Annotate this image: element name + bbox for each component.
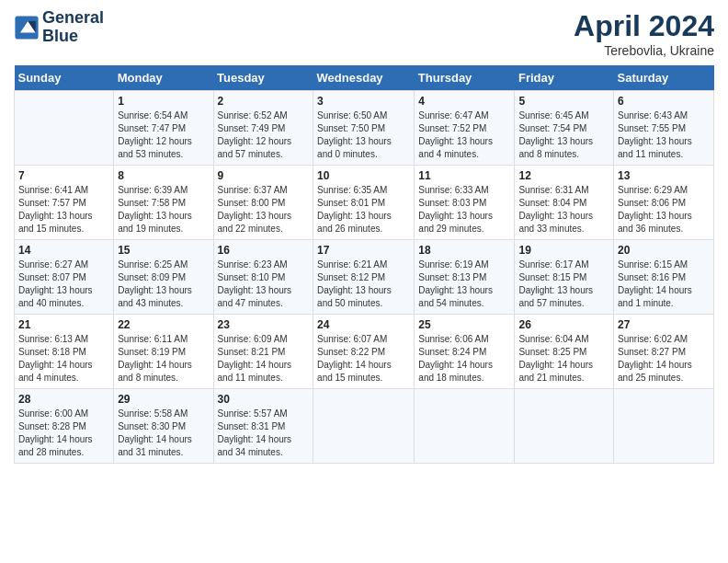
day-info: Sunrise: 6:39 AM Sunset: 7:58 PM Dayligh… [118,184,209,236]
day-info: Sunrise: 6:43 AM Sunset: 7:55 PM Dayligh… [618,109,710,161]
calendar-cell: 4Sunrise: 6:47 AM Sunset: 7:52 PM Daylig… [415,91,515,166]
day-info: Sunrise: 6:07 AM Sunset: 8:22 PM Dayligh… [317,333,410,385]
calendar-table: SundayMondayTuesdayWednesdayThursdayFrid… [14,65,714,464]
calendar-cell [614,389,714,464]
calendar-cell [313,389,415,464]
day-info: Sunrise: 6:35 AM Sunset: 8:01 PM Dayligh… [317,184,410,236]
column-header-wednesday: Wednesday [313,65,415,91]
week-row-5: 28Sunrise: 6:00 AM Sunset: 8:28 PM Dayli… [15,389,714,464]
calendar-cell: 1Sunrise: 6:54 AM Sunset: 7:47 PM Daylig… [114,91,213,166]
column-header-monday: Monday [114,65,213,91]
day-number: 30 [218,393,310,406]
calendar-cell: 13Sunrise: 6:29 AM Sunset: 8:06 PM Dayli… [614,166,714,240]
calendar-cell: 15Sunrise: 6:25 AM Sunset: 8:09 PM Dayli… [114,240,213,315]
calendar-cell: 16Sunrise: 6:23 AM Sunset: 8:10 PM Dayli… [213,240,313,315]
day-number: 17 [317,244,410,257]
calendar-cell: 17Sunrise: 6:21 AM Sunset: 8:12 PM Dayli… [313,240,415,315]
calendar-cell: 29Sunrise: 5:58 AM Sunset: 8:30 PM Dayli… [114,389,213,464]
day-info: Sunrise: 5:57 AM Sunset: 8:31 PM Dayligh… [218,408,310,459]
title-block: April 2024 Terebovlia, Ukraine [574,9,714,58]
calendar-cell: 8Sunrise: 6:39 AM Sunset: 7:58 PM Daylig… [114,166,213,240]
day-number: 20 [618,244,710,257]
day-info: Sunrise: 6:15 AM Sunset: 8:16 PM Dayligh… [618,259,710,310]
calendar-cell: 5Sunrise: 6:45 AM Sunset: 7:54 PM Daylig… [515,91,614,166]
calendar-cell: 24Sunrise: 6:07 AM Sunset: 8:22 PM Dayli… [313,315,415,389]
day-number: 7 [18,169,109,182]
calendar-cell [415,389,515,464]
calendar-cell: 11Sunrise: 6:33 AM Sunset: 8:03 PM Dayli… [415,166,515,240]
day-number: 12 [518,169,609,182]
calendar-cell: 12Sunrise: 6:31 AM Sunset: 8:04 PM Dayli… [515,166,614,240]
calendar-cell: 10Sunrise: 6:35 AM Sunset: 8:01 PM Dayli… [313,166,415,240]
day-number: 23 [218,318,310,331]
column-header-tuesday: Tuesday [213,65,313,91]
day-number: 10 [317,169,410,182]
day-info: Sunrise: 6:45 AM Sunset: 7:54 PM Dayligh… [518,109,609,161]
logo-icon [14,15,40,40]
day-number: 28 [18,393,109,406]
day-info: Sunrise: 6:33 AM Sunset: 8:03 PM Dayligh… [418,184,510,236]
column-header-saturday: Saturday [614,65,714,91]
day-number: 14 [18,244,109,257]
column-header-sunday: Sunday [15,65,114,91]
calendar-cell: 22Sunrise: 6:11 AM Sunset: 8:19 PM Dayli… [114,315,213,389]
day-number: 4 [418,95,510,108]
calendar-cell: 27Sunrise: 6:02 AM Sunset: 8:27 PM Dayli… [614,315,714,389]
week-row-4: 21Sunrise: 6:13 AM Sunset: 8:18 PM Dayli… [15,315,714,389]
day-info: Sunrise: 6:47 AM Sunset: 7:52 PM Dayligh… [418,109,510,161]
page-container: General Blue April 2024 Terebovlia, Ukra… [0,0,728,473]
day-number: 5 [518,95,609,108]
day-info: Sunrise: 6:00 AM Sunset: 8:28 PM Dayligh… [18,408,109,459]
day-info: Sunrise: 6:21 AM Sunset: 8:12 PM Dayligh… [317,259,410,310]
day-info: Sunrise: 6:06 AM Sunset: 8:24 PM Dayligh… [418,333,510,385]
calendar-cell: 19Sunrise: 6:17 AM Sunset: 8:15 PM Dayli… [515,240,614,315]
day-number: 13 [618,169,710,182]
day-number: 22 [118,318,209,331]
calendar-cell [15,91,114,166]
calendar-cell: 9Sunrise: 6:37 AM Sunset: 8:00 PM Daylig… [213,166,313,240]
day-info: Sunrise: 6:50 AM Sunset: 7:50 PM Dayligh… [317,109,410,161]
day-number: 26 [518,318,609,331]
day-info: Sunrise: 6:19 AM Sunset: 8:13 PM Dayligh… [418,259,510,310]
day-info: Sunrise: 6:23 AM Sunset: 8:10 PM Dayligh… [218,259,310,310]
calendar-header-row: SundayMondayTuesdayWednesdayThursdayFrid… [15,65,714,91]
day-info: Sunrise: 6:27 AM Sunset: 8:07 PM Dayligh… [18,259,109,310]
logo: General Blue [14,9,104,46]
day-info: Sunrise: 6:29 AM Sunset: 8:06 PM Dayligh… [618,184,710,236]
day-number: 6 [618,95,710,108]
day-number: 24 [317,318,410,331]
calendar-cell: 30Sunrise: 5:57 AM Sunset: 8:31 PM Dayli… [213,389,313,464]
week-row-3: 14Sunrise: 6:27 AM Sunset: 8:07 PM Dayli… [15,240,714,315]
calendar-cell: 18Sunrise: 6:19 AM Sunset: 8:13 PM Dayli… [415,240,515,315]
day-info: Sunrise: 6:52 AM Sunset: 7:49 PM Dayligh… [218,109,310,161]
column-header-friday: Friday [515,65,614,91]
day-number: 25 [418,318,510,331]
column-header-thursday: Thursday [415,65,515,91]
calendar-cell: 2Sunrise: 6:52 AM Sunset: 7:49 PM Daylig… [213,91,313,166]
day-number: 3 [317,95,410,108]
calendar-cell: 6Sunrise: 6:43 AM Sunset: 7:55 PM Daylig… [614,91,714,166]
day-info: Sunrise: 6:37 AM Sunset: 8:00 PM Dayligh… [218,184,310,236]
week-row-1: 1Sunrise: 6:54 AM Sunset: 7:47 PM Daylig… [15,91,714,166]
calendar-cell: 14Sunrise: 6:27 AM Sunset: 8:07 PM Dayli… [15,240,114,315]
day-number: 1 [118,95,209,108]
day-info: Sunrise: 6:54 AM Sunset: 7:47 PM Dayligh… [118,109,209,161]
day-info: Sunrise: 6:11 AM Sunset: 8:19 PM Dayligh… [118,333,209,385]
day-number: 15 [118,244,209,257]
subtitle: Terebovlia, Ukraine [574,43,714,58]
calendar-cell: 28Sunrise: 6:00 AM Sunset: 8:28 PM Dayli… [15,389,114,464]
logo-line2: Blue [42,28,104,46]
calendar-cell [515,389,614,464]
day-info: Sunrise: 6:25 AM Sunset: 8:09 PM Dayligh… [118,259,209,310]
logo-line1: General [42,9,104,28]
day-info: Sunrise: 6:04 AM Sunset: 8:25 PM Dayligh… [518,333,609,385]
day-info: Sunrise: 6:13 AM Sunset: 8:18 PM Dayligh… [18,333,109,385]
day-info: Sunrise: 6:02 AM Sunset: 8:27 PM Dayligh… [618,333,710,385]
day-number: 11 [418,169,510,182]
day-number: 16 [218,244,310,257]
main-title: April 2024 [574,9,714,43]
calendar-cell: 25Sunrise: 6:06 AM Sunset: 8:24 PM Dayli… [415,315,515,389]
day-number: 27 [618,318,710,331]
day-number: 8 [118,169,209,182]
day-info: Sunrise: 5:58 AM Sunset: 8:30 PM Dayligh… [118,408,209,459]
